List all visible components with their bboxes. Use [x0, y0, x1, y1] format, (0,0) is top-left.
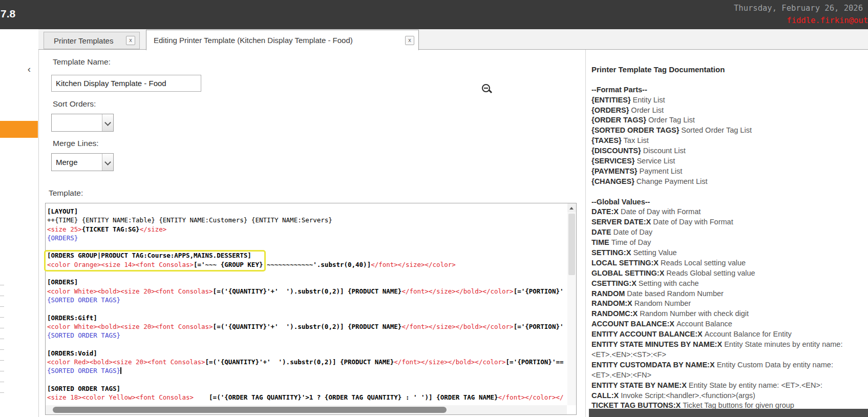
sort-orders-label: Sort Orders: — [53, 99, 96, 109]
app-version-label: 7.8 — [1, 8, 15, 20]
left-sidebar: ‹ — [0, 29, 39, 417]
doc-panel-scrollbar[interactable] — [589, 409, 868, 417]
code-line: <color White><bold><size 20><font Consol… — [47, 287, 566, 296]
doc-entry: {CHANGES} Change Payment List — [591, 177, 868, 187]
doc-entry: RANDOM Date based Random Number — [591, 289, 868, 299]
text-caret — [120, 367, 121, 374]
code-line: <size 25>{TICKET TAG:SG}</size> — [47, 225, 566, 234]
panel-divider — [585, 50, 586, 417]
doc-entry: <ET>.<EN>:<ST>:<F> — [591, 350, 868, 360]
app-header: 7.8 Thursday, February 26, 2026 fiddle.f… — [0, 0, 868, 29]
merge-lines-label: Merge Lines: — [53, 139, 99, 148]
chevron-down-icon[interactable] — [102, 114, 113, 131]
doc-entry: {ENTITIES} Entity List — [591, 95, 868, 106]
template-editor-text[interactable]: [LAYOUT]++{TIME} {ENTITY NAME:Table} {EN… — [47, 207, 566, 405]
doc-entry: <ET>.<EN>:<FN> — [591, 370, 868, 381]
code-line — [47, 304, 566, 313]
doc-entry: CALL:X Invoke Script:<handler>.<function… — [591, 391, 868, 401]
doc-section-header: --Global Values-- — [591, 197, 868, 207]
sidebar-row-divider — [0, 349, 4, 350]
sidebar-row-divider — [0, 328, 4, 328]
template-name-label: Template Name: — [53, 57, 111, 67]
sidebar-selected-item-indicator[interactable] — [0, 121, 38, 138]
scroll-up-arrow-icon[interactable] — [567, 203, 576, 212]
doc-section-header: --Format Parts-- — [591, 85, 868, 95]
doc-entry: LOCAL SETTING:X Reads Local setting valu… — [591, 258, 868, 268]
doc-entry: RANDOM:X Random Number — [591, 299, 868, 309]
sidebar-row-divider — [0, 360, 4, 361]
code-line: [ORDERS] — [47, 278, 566, 286]
editor-horizontal-scrollbar[interactable] — [46, 405, 567, 414]
doc-entry: {SORTED ORDER TAGS} Sorted Order Tag Lis… — [591, 126, 868, 136]
sidebar-row-divider — [0, 339, 4, 339]
chevron-down-icon[interactable] — [102, 154, 113, 171]
doc-gap — [591, 75, 868, 85]
doc-entry: {ORDERS} Order List — [591, 106, 868, 116]
doc-entry: GLOBAL SETTING:X Reads Global setting va… — [591, 268, 868, 279]
tab-close-icon[interactable]: x — [126, 36, 135, 45]
merge-lines-select[interactable]: Merge — [51, 153, 114, 171]
code-line: [LAYOUT] — [47, 207, 566, 216]
doc-entry: {SERVICES} Service List — [591, 156, 868, 166]
highlight-box — [44, 250, 266, 272]
code-line — [47, 376, 566, 384]
sidebar-row-divider — [0, 371, 4, 371]
sidebar-row-divider — [0, 317, 4, 318]
doc-entry: TIME Time of Day — [591, 238, 868, 248]
tab-label: Printer Templates — [54, 36, 122, 45]
code-line: <size 18><color Yellow><font Consolas> [… — [47, 393, 566, 402]
doc-entry: ENTITY ACCOUNT BALANCE:X Account Balance… — [591, 329, 868, 340]
sidebar-row-divider — [0, 392, 4, 393]
code-line: {SORTED ORDER TAGS} — [47, 296, 566, 304]
code-line: [ORDERS:Void] — [47, 349, 566, 358]
tab-printer-templates[interactable]: Printer Templates x — [44, 32, 140, 49]
doc-entry: DATE:X Date of Day with Format — [591, 207, 868, 217]
horizontal-scroll-thumb[interactable] — [53, 407, 447, 413]
doc-entry: {PAYMENTS} Payment List — [591, 166, 868, 177]
doc-entry: DATE Date of Day — [591, 227, 868, 238]
template-name-input[interactable] — [51, 75, 201, 92]
doc-panel-title: Printer Template Tag Documentation — [591, 65, 868, 75]
doc-entry: ENTITY CUSTOMDATA BY NAME:X Entity Custo… — [591, 360, 868, 370]
doc-entry: ENTITY STATE BY NAME:X Entity State by e… — [591, 381, 868, 391]
doc-entry: RANDOMC:X Random Number with check digit — [591, 309, 868, 319]
code-line: {SORTED ORDER TAGS} — [47, 366, 566, 375]
doc-entry: ACCOUNT BALANCE:X Account Balance — [591, 319, 868, 329]
sort-orders-select[interactable] — [51, 114, 114, 132]
doc-entry: ENTITY STATE MINUTES BY NAME:X Entity St… — [591, 340, 868, 350]
doc-entry: SERVER DATE:X Date of Day with Format — [591, 217, 868, 227]
tab-editing-printer-template[interactable]: Editing Printer Template (Kitchen Displa… — [146, 30, 419, 50]
code-line: <color White><bold><size 20><font Consol… — [47, 322, 566, 331]
doc-entry: TICKET TAG BUTTONS:X Ticket Tag buttons … — [591, 401, 868, 409]
zoom-cursor-icon — [482, 84, 492, 94]
code-line: {ORDERS} — [47, 234, 566, 242]
vertical-scroll-thumb[interactable] — [568, 214, 575, 275]
doc-gap — [591, 187, 868, 197]
tab-close-icon[interactable]: x — [405, 36, 414, 45]
code-line: [ORDERS:Gift] — [47, 314, 566, 322]
tab-label: Editing Printer Template (Kitchen Displa… — [154, 36, 401, 45]
merge-lines-value: Merge — [52, 158, 102, 166]
sidebar-collapse-button[interactable]: ‹ — [24, 63, 35, 75]
sidebar-row-divider — [0, 285, 4, 285]
header-user-email: fiddle.firkin@out — [787, 16, 868, 25]
doc-entry: CSETTING:X Setting with cache — [591, 279, 868, 289]
sidebar-row-divider — [0, 306, 4, 307]
tag-documentation-panel: Printer Template Tag Documentation --For… — [591, 65, 868, 409]
header-date: Thursday, February 26, 2026 — [734, 4, 863, 13]
code-line: <color Red><bold><size 20><font Consolas… — [47, 358, 566, 366]
sidebar-row-divider — [0, 382, 4, 382]
sidebar-row-divider — [0, 296, 4, 296]
editor-vertical-scrollbar[interactable] — [567, 203, 576, 405]
code-line: [SORTED ORDER TAGS] — [47, 384, 566, 393]
code-line: {SORTED ORDER TAGS} — [47, 331, 566, 340]
doc-entry: {DISCOUNTS} Discount List — [591, 146, 868, 156]
template-label: Template: — [49, 189, 83, 198]
code-line — [47, 340, 566, 348]
code-line: ++{TIME} {ENTITY NAME:Table} {ENTITY NAM… — [47, 216, 566, 224]
doc-entry: {TAXES} Tax List — [591, 136, 868, 146]
doc-entry: {ORDER TAGS} Order Tag List — [591, 115, 868, 126]
doc-entry: SETTING:X Setting Value — [591, 248, 868, 258]
